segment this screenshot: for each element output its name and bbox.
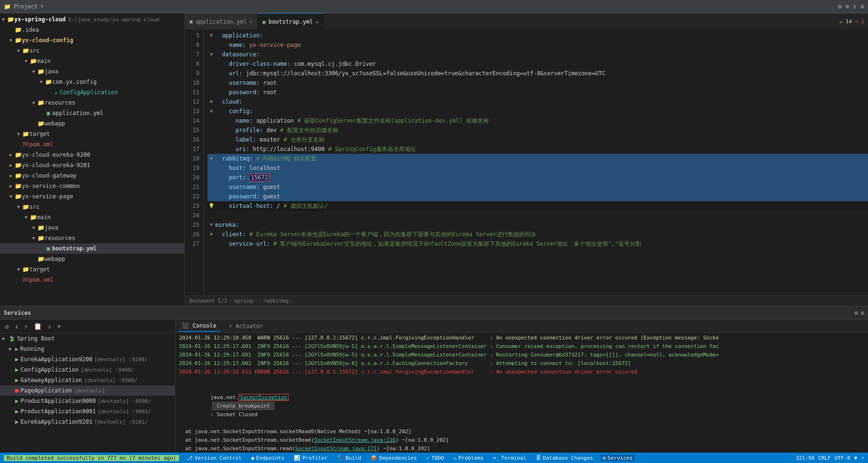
console-tab[interactable]: ⬛ Console — [178, 321, 220, 332]
tree-root[interactable]: ▼ 📁 yx-spring-cloud E:/java_study/yx-spr… — [0, 14, 184, 25]
eureka-9201-item[interactable]: ▶ EurekaApplication9201 [devtools] :9201… — [0, 417, 175, 427]
tree-eureka-9201[interactable]: ▶ 📁 yx-cloud-eureka-9201 — [0, 160, 184, 170]
build-status[interactable]: Build completed successfully in 777 ms (… — [4, 455, 179, 461]
encoding: UTF-8 — [835, 455, 850, 461]
tree-config-app[interactable]: ☕ ConfigApplication — [0, 87, 184, 98]
project-dropdown[interactable]: ▾ — [41, 3, 44, 9]
config-label: ConfigApplication — [20, 366, 79, 373]
product-9000-item[interactable]: ▶ ProductApplication9000 [devtools] :800… — [0, 396, 175, 406]
fold-18[interactable]: ▼ — [208, 154, 215, 163]
tree-src-2[interactable]: ▼ 📁 src — [0, 202, 184, 212]
status-todo[interactable]: ✓ TODO — [425, 455, 446, 461]
editor-content: 5 6 7 8 9 10 11 12 13 14 15 16 17 18 19 … — [185, 30, 868, 295]
tree-java-2[interactable]: ▼ 📁 java — [0, 223, 184, 233]
java2-icon: 📁 — [37, 224, 45, 231]
tree-eureka-9200[interactable]: ▶ 📁 yx-cloud-eureka-9200 — [0, 150, 184, 160]
tab-close-2[interactable]: ✕ — [316, 19, 319, 25]
exception-link[interactable]: SocketException — [239, 394, 289, 401]
settings-icon[interactable]: ⚙ — [838, 3, 842, 10]
status-bar: Build completed successfully in 777 ms (… — [0, 453, 868, 463]
status-problems[interactable]: ⚠ Problems — [452, 455, 486, 461]
link-2[interactable]: SocketInputStream.java:171 — [295, 445, 377, 452]
log-line-empty — [179, 376, 864, 385]
fold-13[interactable]: ▼ — [208, 107, 215, 116]
eureka-9200-item[interactable]: ▶ EurekaApplication9200 [devtools] :9200… — [0, 354, 175, 365]
status-version-control[interactable]: ⎇ Version Control — [185, 455, 244, 461]
breadcrumb-rabbitmq[interactable]: rabbitmq: — [263, 298, 291, 304]
tree-cloud-config[interactable]: ▼ 📁 yx-cloud-config — [0, 35, 184, 45]
log-line-stack-3: at java.net.SocketInputStream.read(Socke… — [179, 445, 864, 453]
status-services[interactable]: ⚙ Services — [601, 455, 635, 461]
tree-com-yx[interactable]: ▼ 📁 com.yx.config — [0, 77, 184, 87]
common-label: yx-service-common — [22, 183, 80, 189]
product-9001-item[interactable]: ▶ ProductApplication9001 [devtools] :900… — [0, 406, 175, 417]
status-terminal[interactable]: >_ Terminal — [491, 455, 528, 461]
config-icon[interactable]: ⚙ — [860, 3, 864, 10]
fold-23-warning: 💡 — [208, 201, 215, 211]
tree-bootstrap-yml[interactable]: ▣ bootstrap.yml — [0, 243, 184, 254]
code-line-26: ▼ client: # Eureka Server本身也是Eureka的一个客户… — [208, 230, 868, 239]
project-tree: ▼ 📁 yx-spring-cloud E:/java_study/yx-spr… — [0, 13, 184, 306]
actuator-tab[interactable]: ⚡ Actuator — [225, 321, 267, 331]
layout-icon[interactable]: ≡ — [846, 3, 850, 10]
tree-target-2[interactable]: ▼ 📁 target — [0, 264, 184, 275]
status-dependencies[interactable]: 📦 Dependencies — [369, 455, 418, 461]
tree-pom-1[interactable]: 𝕄 pom.xml — [0, 139, 184, 150]
status-endpoints[interactable]: ◉ Endpoints — [249, 455, 286, 461]
services-config-icon[interactable]: ⚙ — [861, 310, 864, 316]
springboot-root[interactable]: ▼ 🍃 Spring Boot — [0, 333, 175, 344]
tree-common[interactable]: ▶ 📁 yx-service-common — [0, 181, 184, 191]
tab-application-yml[interactable]: ▣ application.yml ✕ — [185, 13, 258, 29]
scroll-icon[interactable]: ↓ — [45, 321, 53, 331]
config-suffix: [devtools] :9400/ — [81, 367, 134, 373]
filter-icon[interactable]: ⚡ — [22, 321, 30, 331]
tree-java-1[interactable]: ▼ 📁 java — [0, 66, 184, 77]
collapse-icon[interactable]: ↕ — [853, 3, 857, 10]
tree-webapp-2[interactable]: 📁 webapp — [0, 254, 184, 264]
link-1[interactable]: SocketInputStream.java:116 — [314, 437, 396, 443]
code-line-13: ▼ config: — [208, 107, 868, 116]
eureka-9201-label: EurekaApplication9201 — [20, 418, 92, 425]
status-db-changes[interactable]: 🗄 Database Changes — [534, 455, 595, 461]
code-editor[interactable]: ▼ application: name: yx-service-page ▼ d… — [204, 30, 868, 295]
tab-close-1[interactable]: ✕ — [250, 19, 253, 24]
fold-25[interactable]: ▼ — [208, 220, 215, 230]
fold-26[interactable]: ▼ — [208, 230, 215, 239]
tree-page[interactable]: ▼ 📁 yx-service-page — [0, 191, 184, 202]
tree-main-1[interactable]: ▼ 📁 main — [0, 56, 184, 66]
services-settings-icon[interactable]: ⚙ — [855, 310, 858, 316]
src1-icon: 📁 — [22, 47, 29, 54]
tree-app-yml[interactable]: ▣ application.yml — [0, 108, 184, 118]
add-service-icon[interactable]: + — [55, 321, 63, 331]
tree-resources-1[interactable]: ▼ 📁 resources — [0, 98, 184, 108]
tree-pom-2[interactable]: 𝕄 pom.xml — [0, 275, 184, 285]
problems-icon: ⚠ — [453, 455, 457, 461]
fold-7[interactable]: ▼ — [208, 50, 215, 59]
project-label: Project — [14, 3, 38, 10]
fold-5[interactable]: ▼ — [208, 31, 215, 40]
tree-webapp-1[interactable]: 📁 webapp — [0, 118, 184, 129]
running-group[interactable]: ▼ ▶ Running — [0, 344, 175, 354]
gateway-item[interactable]: ▶ GatewayApplication [devtools] :9300/ — [0, 375, 175, 385]
collapse-all-icon[interactable]: ↓ — [12, 321, 20, 331]
product-9001-label: ProductApplication9001 — [20, 408, 96, 415]
fold-12[interactable]: ▼ — [208, 97, 215, 107]
breakpoint-popup[interactable]: Create breakpoint — [212, 402, 274, 410]
tree-target-1[interactable]: ▼ 📁 target — [0, 129, 184, 139]
status-build[interactable]: 🔨 Build — [335, 455, 363, 461]
tree-main-2[interactable]: ▼ 📁 main — [0, 212, 184, 223]
tree-gateway[interactable]: ▶ 📁 yx-cloud-gateway — [0, 170, 184, 181]
breadcrumb-spring[interactable]: spring: — [234, 298, 256, 304]
status-profiler[interactable]: 📊 Profiler — [292, 455, 329, 461]
tree-idea[interactable]: 📁 .idea — [0, 25, 184, 35]
page-app-item[interactable]: ■ PageApplication [devtools] — [0, 385, 175, 396]
group-icon[interactable]: 📋 — [32, 321, 44, 331]
code-line-17: uri: http://localhost:9400 # SpringConfi… — [208, 144, 868, 154]
tab-bootstrap-yml[interactable]: ▣ bootstrap.yml ✕ — [258, 13, 324, 29]
refresh-icon[interactable]: ↺ — [3, 321, 10, 331]
tree-resources-2[interactable]: ▼ 📁 resources — [0, 233, 184, 243]
tree-src-1[interactable]: ▼ 📁 src — [0, 45, 184, 56]
root-arrow: ▼ — [0, 17, 7, 22]
config-app-item[interactable]: ▶ ConfigApplication [devtools] :9400/ — [0, 365, 175, 375]
cloud-config-label: yx-cloud-config — [22, 37, 73, 44]
